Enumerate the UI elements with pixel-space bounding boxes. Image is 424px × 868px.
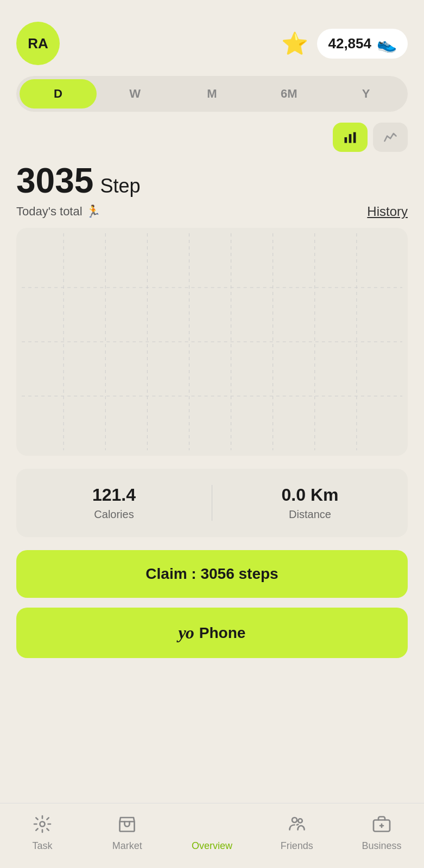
svg-rect-2 — [353, 132, 356, 143]
history-link[interactable]: History — [367, 204, 408, 219]
yo-phone-label: Phone — [199, 624, 246, 642]
svg-point-20 — [292, 818, 297, 822]
svg-rect-17 — [213, 817, 219, 824]
main-content: D W M 6M Y 3035 Step Today's total 🏃 His… — [0, 76, 424, 803]
shoe-emoji: 👟 — [377, 34, 397, 53]
calories-label: Calories — [16, 508, 212, 521]
bar-chart-button[interactable] — [333, 123, 368, 152]
today-label: Today's total 🏃 — [16, 205, 100, 219]
svg-point-14 — [40, 822, 45, 827]
overview-label: Overview — [192, 840, 232, 852]
star-icon: ⭐ — [281, 31, 308, 56]
nav-overview[interactable]: Overview — [169, 812, 254, 852]
task-label: Task — [33, 840, 53, 852]
line-chart-button[interactable] — [373, 123, 408, 152]
market-icon — [115, 812, 139, 836]
friends-icon — [285, 812, 309, 836]
svg-point-21 — [298, 819, 302, 823]
total-steps: 42,854 — [328, 35, 371, 52]
period-tabs: D W M 6M Y — [16, 76, 408, 112]
avatar[interactable]: RA — [16, 22, 60, 65]
calories-stat: 121.4 Calories — [16, 485, 212, 521]
tab-W[interactable]: W — [97, 79, 174, 108]
claim-button[interactable]: Claim : 3056 steps — [16, 550, 408, 598]
svg-rect-16 — [205, 817, 211, 824]
steps-number: 3035 — [16, 161, 93, 201]
steps-subrow: Today's total 🏃 History — [16, 204, 408, 219]
chart-type-row — [16, 123, 408, 152]
nav-business[interactable]: Business — [339, 812, 424, 852]
yo-logo: yo — [179, 623, 194, 643]
distance-stat: 0.0 Km Distance — [212, 485, 408, 521]
market-label: Market — [112, 840, 142, 852]
steps-heading: 3035 Step — [16, 161, 408, 201]
header-right: ⭐ 42,854 👟 — [281, 29, 408, 59]
tab-D[interactable]: D — [20, 79, 97, 108]
bottom-nav: Task Market Overview — [0, 803, 424, 868]
business-icon — [370, 812, 394, 836]
friends-label: Friends — [281, 840, 313, 852]
business-label: Business — [362, 840, 401, 852]
distance-value: 0.0 Km — [212, 485, 408, 505]
overview-icon — [200, 812, 224, 836]
svg-rect-1 — [349, 134, 352, 143]
chart-svg — [22, 233, 402, 450]
stats-row: 121.4 Calories 0.0 Km Distance — [16, 469, 408, 537]
tab-6M[interactable]: 6M — [250, 79, 327, 108]
steps-badge: 42,854 👟 — [317, 29, 408, 59]
nav-friends[interactable]: Friends — [255, 812, 339, 852]
tab-M[interactable]: M — [174, 79, 251, 108]
nav-task[interactable]: Task — [0, 812, 85, 852]
task-icon — [30, 812, 54, 836]
yo-phone-button[interactable]: yo Phone — [16, 608, 408, 658]
header: RA ⭐ 42,854 👟 — [0, 0, 424, 76]
tab-Y[interactable]: Y — [327, 79, 404, 108]
distance-label: Distance — [212, 508, 408, 521]
steps-unit: Step — [100, 175, 140, 197]
svg-rect-18 — [205, 825, 211, 832]
chart-container — [16, 228, 408, 456]
svg-rect-19 — [213, 825, 219, 832]
calories-value: 121.4 — [16, 485, 212, 505]
nav-market[interactable]: Market — [85, 812, 169, 852]
svg-rect-0 — [345, 137, 347, 143]
